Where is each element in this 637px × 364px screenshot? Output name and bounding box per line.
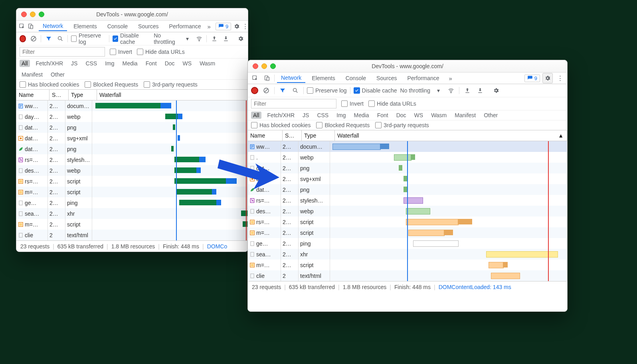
gear-icon[interactable]	[491, 86, 501, 95]
gear-icon[interactable]	[236, 34, 245, 43]
upload-icon[interactable]	[463, 86, 472, 95]
device-icon[interactable]	[262, 73, 272, 83]
blocked-cookies-checkbox[interactable]: Has blocked cookies	[20, 81, 79, 88]
col-waterfall[interactable]: Waterfall	[97, 90, 248, 100]
table-row[interactable]: rs=…2…script	[248, 216, 567, 227]
chevron-down-icon[interactable]: ▾	[183, 34, 192, 43]
more-tabs-icon[interactable]: »	[446, 73, 455, 83]
blocked-requests-checkbox[interactable]: Blocked Requests	[85, 81, 138, 88]
filter-pill-ws[interactable]: WS	[412, 112, 425, 119]
table-row[interactable]: dat…2…png	[248, 184, 567, 195]
invert-checkbox[interactable]: Invert	[110, 49, 132, 55]
tab-console[interactable]: Console	[103, 22, 132, 31]
clear-icon[interactable]	[261, 86, 271, 95]
tab-network[interactable]: Network	[277, 73, 305, 83]
record-button[interactable]	[251, 87, 258, 94]
filter-pill-other[interactable]: Other	[49, 71, 67, 78]
issues-badge[interactable]: 9	[216, 23, 231, 30]
filter-pill-all[interactable]: All	[20, 60, 30, 67]
table-row[interactable]: ww…2…docum…	[16, 100, 248, 111]
disable-cache-checkbox[interactable]: Disable cache	[113, 32, 150, 45]
filter-pill-other[interactable]: Other	[482, 112, 500, 119]
table-row[interactable]: dat…2…png	[16, 122, 248, 133]
download-icon[interactable]	[475, 86, 485, 95]
filter-pill-img[interactable]: Img	[334, 112, 348, 119]
wifi-icon[interactable]	[195, 34, 203, 43]
third-party-checkbox[interactable]: 3rd-party requests	[375, 122, 429, 128]
device-icon[interactable]	[28, 22, 34, 31]
filter-pill-css[interactable]: CSS	[83, 60, 99, 67]
gear-icon[interactable]	[542, 73, 553, 83]
filter-pill-wasm[interactable]: Wasm	[198, 60, 217, 67]
col-type[interactable]: Type	[302, 130, 335, 141]
kebab-icon[interactable]: ⋮	[242, 22, 248, 31]
filter-input[interactable]	[251, 99, 336, 108]
table-row[interactable]: m=…2…script	[248, 227, 567, 238]
more-tabs-icon[interactable]: »	[208, 22, 211, 31]
filter-pill-fetch/xhr[interactable]: Fetch/XHR	[265, 112, 297, 119]
search-icon[interactable]	[291, 86, 300, 95]
gear-icon[interactable]	[233, 22, 240, 31]
table-row[interactable]: ge…2…ping	[248, 238, 567, 249]
tab-elements[interactable]: Elements	[69, 22, 101, 31]
issues-badge[interactable]: 9	[524, 75, 540, 82]
table-row[interactable]: dat…2…png	[16, 144, 248, 154]
table-row[interactable]: m=…2…script	[248, 260, 567, 270]
table-row[interactable]: m=…2…script	[16, 187, 248, 197]
throttling-select[interactable]: No throttling	[400, 87, 430, 94]
inspect-icon[interactable]	[250, 73, 260, 83]
tab-performance[interactable]: Performance	[403, 74, 443, 83]
search-icon[interactable]	[56, 34, 64, 43]
wifi-icon[interactable]	[446, 86, 456, 95]
tab-sources[interactable]: Sources	[372, 74, 401, 83]
col-type[interactable]: Type	[69, 90, 97, 100]
filter-pill-ws[interactable]: WS	[181, 60, 194, 67]
tab-sources[interactable]: Sources	[134, 22, 162, 31]
record-button[interactable]	[20, 35, 26, 42]
throttling-select[interactable]: No throttling	[154, 32, 180, 45]
table-row[interactable]: m=…2…script	[16, 219, 248, 230]
col-name[interactable]: Name	[248, 130, 283, 141]
filter-icon[interactable]	[44, 34, 53, 43]
filter-pill-manifest[interactable]: Manifest	[453, 112, 478, 119]
table-row[interactable]: des…2…webp	[248, 206, 567, 216]
col-waterfall[interactable]: Waterfall▲	[335, 130, 567, 141]
disable-cache-checkbox[interactable]: Disable cache	[354, 87, 397, 94]
table-row[interactable]: dat…2…svg+xml	[16, 133, 248, 144]
filter-pill-doc[interactable]: Doc	[394, 112, 408, 119]
tab-elements[interactable]: Elements	[308, 74, 339, 83]
third-party-checkbox[interactable]: 3rd-party requests	[144, 81, 198, 88]
filter-pill-media[interactable]: Media	[352, 112, 371, 119]
close-icon[interactable]	[21, 12, 27, 17]
col-name[interactable]: Name	[16, 90, 49, 100]
col-status[interactable]: S…	[283, 130, 302, 141]
table-row[interactable]: rs=…2…stylesh…	[16, 154, 248, 165]
filter-pill-wasm[interactable]: Wasm	[429, 112, 449, 119]
preserve-log-checkbox[interactable]: Preserve log	[307, 87, 347, 94]
filter-pill-manifest[interactable]: Manifest	[20, 71, 45, 78]
chevron-down-icon[interactable]: ▾	[433, 86, 443, 95]
zoom-icon[interactable]	[39, 12, 44, 17]
filter-pill-doc[interactable]: Doc	[163, 60, 177, 67]
invert-checkbox[interactable]: Invert	[341, 100, 364, 107]
clear-icon[interactable]	[29, 34, 38, 43]
close-icon[interactable]	[253, 63, 258, 69]
filter-pill-fetch/xhr[interactable]: Fetch/XHR	[34, 60, 65, 67]
table-row[interactable]: .2…webp	[248, 152, 567, 163]
table-row[interactable]: dat…2…png	[248, 163, 567, 173]
table-row[interactable]: clie2text/html	[248, 270, 567, 281]
filter-pill-js[interactable]: JS	[69, 60, 79, 67]
hide-data-urls-checkbox[interactable]: Hide data URLs	[137, 49, 185, 55]
filter-pill-font[interactable]: Font	[375, 112, 390, 119]
table-row[interactable]: ww…2…docum…	[248, 141, 567, 152]
table-row[interactable]: dat…2…svg+xml	[248, 173, 567, 184]
table-row[interactable]: clie2text/html	[16, 230, 248, 240]
blocked-requests-checkbox[interactable]: Blocked Requests	[316, 122, 370, 128]
tab-performance[interactable]: Performance	[165, 22, 205, 31]
kebab-icon[interactable]: ⋮	[555, 73, 565, 83]
table-row[interactable]: day…2…webp	[16, 111, 248, 122]
table-row[interactable]: ge…2…ping	[16, 197, 248, 208]
download-icon[interactable]	[222, 34, 230, 43]
table-row[interactable]: des…2…webp	[16, 165, 248, 176]
blocked-cookies-checkbox[interactable]: Has blocked cookies	[251, 122, 311, 128]
